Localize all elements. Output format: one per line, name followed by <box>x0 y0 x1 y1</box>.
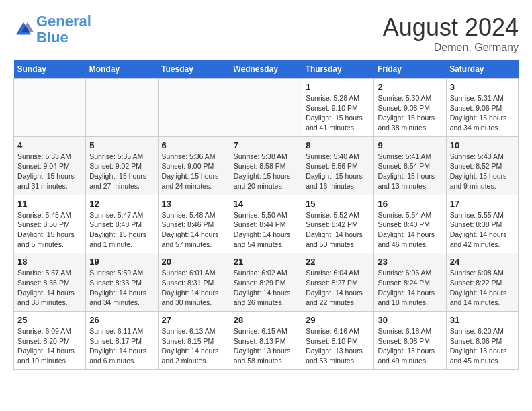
day-info: Sunrise: 5:36 AMSunset: 9:00 PMDaylight:… <box>162 152 226 191</box>
day-number: 15 <box>306 199 370 209</box>
weekday-header-thursday: Thursday <box>302 60 374 79</box>
day-number: 17 <box>450 199 515 209</box>
calendar-cell: 24Sunrise: 6:08 AMSunset: 8:22 PMDayligh… <box>446 253 518 312</box>
week-row-4: 18Sunrise: 5:57 AMSunset: 8:35 PMDayligh… <box>14 253 519 312</box>
weekday-header-sunday: Sunday <box>14 60 86 79</box>
calendar-cell: 16Sunrise: 5:54 AMSunset: 8:40 PMDayligh… <box>374 195 446 253</box>
day-number: 7 <box>234 140 298 150</box>
week-row-3: 11Sunrise: 5:45 AMSunset: 8:50 PMDayligh… <box>14 195 519 253</box>
day-info: Sunrise: 5:28 AMSunset: 9:10 PMDaylight:… <box>306 93 370 133</box>
day-number: 14 <box>234 199 298 209</box>
day-number: 19 <box>89 257 154 267</box>
day-info: Sunrise: 6:08 AMSunset: 8:22 PMDaylight:… <box>450 268 515 308</box>
day-number: 28 <box>234 315 298 325</box>
logo-line1: General <box>36 13 91 30</box>
day-number: 30 <box>378 315 442 325</box>
calendar-cell: 2Sunrise: 5:30 AMSunset: 9:08 PMDaylight… <box>374 79 446 137</box>
day-number: 3 <box>450 82 515 92</box>
page-header: General Blue August 2024 Demen, Germany <box>13 13 519 54</box>
month-title: August 2024 <box>383 13 519 42</box>
day-number: 1 <box>306 82 370 92</box>
calendar-cell: 14Sunrise: 5:50 AMSunset: 8:44 PMDayligh… <box>230 195 302 253</box>
day-info: Sunrise: 5:47 AMSunset: 8:48 PMDaylight:… <box>89 210 154 250</box>
day-number: 8 <box>306 140 370 150</box>
calendar-cell <box>14 79 86 137</box>
day-number: 16 <box>378 199 442 209</box>
day-number: 31 <box>450 315 515 325</box>
calendar-cell: 22Sunrise: 6:04 AMSunset: 8:27 PMDayligh… <box>302 253 374 312</box>
calendar-cell: 5Sunrise: 5:35 AMSunset: 9:02 PMDaylight… <box>86 136 158 195</box>
day-number: 27 <box>162 315 226 325</box>
day-number: 22 <box>306 257 370 267</box>
day-number: 9 <box>378 140 442 150</box>
day-info: Sunrise: 5:33 AMSunset: 9:04 PMDaylight:… <box>17 152 82 191</box>
day-info: Sunrise: 6:18 AMSunset: 8:08 PMDaylight:… <box>378 326 442 366</box>
day-info: Sunrise: 5:59 AMSunset: 8:33 PMDaylight:… <box>89 268 154 308</box>
day-info: Sunrise: 5:35 AMSunset: 9:02 PMDaylight:… <box>89 152 154 191</box>
calendar-cell: 13Sunrise: 5:48 AMSunset: 8:46 PMDayligh… <box>158 195 230 253</box>
day-info: Sunrise: 5:57 AMSunset: 8:35 PMDaylight:… <box>17 268 82 308</box>
day-info: Sunrise: 5:55 AMSunset: 8:38 PMDaylight:… <box>450 210 515 250</box>
week-row-5: 25Sunrise: 6:09 AMSunset: 8:20 PMDayligh… <box>14 312 519 370</box>
day-number: 24 <box>450 257 515 267</box>
day-number: 12 <box>89 199 154 209</box>
logo-text: General Blue <box>36 13 91 46</box>
day-number: 20 <box>162 257 226 267</box>
calendar-cell: 30Sunrise: 6:18 AMSunset: 8:08 PMDayligh… <box>374 312 446 370</box>
day-info: Sunrise: 6:13 AMSunset: 8:15 PMDaylight:… <box>162 326 226 366</box>
logo-icon <box>13 19 34 40</box>
calendar-cell: 20Sunrise: 6:01 AMSunset: 8:31 PMDayligh… <box>158 253 230 312</box>
calendar-cell: 12Sunrise: 5:47 AMSunset: 8:48 PMDayligh… <box>86 195 158 253</box>
calendar-cell: 11Sunrise: 5:45 AMSunset: 8:50 PMDayligh… <box>14 195 86 253</box>
day-info: Sunrise: 5:54 AMSunset: 8:40 PMDaylight:… <box>378 210 442 250</box>
day-number: 25 <box>17 315 82 325</box>
calendar-cell <box>230 79 302 137</box>
day-info: Sunrise: 5:45 AMSunset: 8:50 PMDaylight:… <box>17 210 82 250</box>
day-info: Sunrise: 6:16 AMSunset: 8:10 PMDaylight:… <box>306 326 370 366</box>
logo: General Blue <box>13 13 91 46</box>
day-number: 2 <box>378 82 442 92</box>
calendar-table: SundayMondayTuesdayWednesdayThursdayFrid… <box>13 60 519 370</box>
calendar-cell: 18Sunrise: 5:57 AMSunset: 8:35 PMDayligh… <box>14 253 86 312</box>
calendar-cell <box>158 79 230 137</box>
day-number: 26 <box>89 315 154 325</box>
day-info: Sunrise: 5:50 AMSunset: 8:44 PMDaylight:… <box>234 210 298 250</box>
day-number: 10 <box>450 140 515 150</box>
day-info: Sunrise: 6:01 AMSunset: 8:31 PMDaylight:… <box>162 268 226 308</box>
calendar-cell: 4Sunrise: 5:33 AMSunset: 9:04 PMDaylight… <box>14 136 86 195</box>
calendar-cell: 1Sunrise: 5:28 AMSunset: 9:10 PMDaylight… <box>302 79 374 137</box>
day-info: Sunrise: 6:09 AMSunset: 8:20 PMDaylight:… <box>17 326 82 366</box>
day-info: Sunrise: 6:15 AMSunset: 8:13 PMDaylight:… <box>234 326 298 366</box>
calendar-cell: 28Sunrise: 6:15 AMSunset: 8:13 PMDayligh… <box>230 312 302 370</box>
weekday-header-row: SundayMondayTuesdayWednesdayThursdayFrid… <box>14 60 519 79</box>
calendar-cell: 3Sunrise: 5:31 AMSunset: 9:06 PMDaylight… <box>446 79 518 137</box>
calendar-cell <box>86 79 158 137</box>
day-info: Sunrise: 6:11 AMSunset: 8:17 PMDaylight:… <box>89 326 154 366</box>
day-info: Sunrise: 5:40 AMSunset: 8:56 PMDaylight:… <box>306 152 370 191</box>
day-info: Sunrise: 6:06 AMSunset: 8:24 PMDaylight:… <box>378 268 442 308</box>
calendar-cell: 6Sunrise: 5:36 AMSunset: 9:00 PMDaylight… <box>158 136 230 195</box>
day-number: 21 <box>234 257 298 267</box>
day-info: Sunrise: 6:20 AMSunset: 8:06 PMDaylight:… <box>450 326 515 366</box>
calendar-cell: 9Sunrise: 5:41 AMSunset: 8:54 PMDaylight… <box>374 136 446 195</box>
calendar-cell: 26Sunrise: 6:11 AMSunset: 8:17 PMDayligh… <box>86 312 158 370</box>
calendar-body: 1Sunrise: 5:28 AMSunset: 9:10 PMDaylight… <box>14 79 519 370</box>
day-number: 23 <box>378 257 442 267</box>
day-info: Sunrise: 5:41 AMSunset: 8:54 PMDaylight:… <box>378 152 442 191</box>
calendar-cell: 8Sunrise: 5:40 AMSunset: 8:56 PMDaylight… <box>302 136 374 195</box>
calendar-cell: 7Sunrise: 5:38 AMSunset: 8:58 PMDaylight… <box>230 136 302 195</box>
logo-line2: Blue <box>36 29 69 46</box>
day-number: 13 <box>162 199 226 209</box>
week-row-2: 4Sunrise: 5:33 AMSunset: 9:04 PMDaylight… <box>14 136 519 195</box>
day-info: Sunrise: 6:04 AMSunset: 8:27 PMDaylight:… <box>306 268 370 308</box>
weekday-header-saturday: Saturday <box>446 60 518 79</box>
day-number: 5 <box>89 140 154 150</box>
day-number: 29 <box>306 315 370 325</box>
calendar-cell: 19Sunrise: 5:59 AMSunset: 8:33 PMDayligh… <box>86 253 158 312</box>
day-number: 6 <box>162 140 226 150</box>
calendar-cell: 29Sunrise: 6:16 AMSunset: 8:10 PMDayligh… <box>302 312 374 370</box>
title-block: August 2024 Demen, Germany <box>383 13 519 54</box>
weekday-header-friday: Friday <box>374 60 446 79</box>
day-info: Sunrise: 5:52 AMSunset: 8:42 PMDaylight:… <box>306 210 370 250</box>
weekday-header-monday: Monday <box>86 60 158 79</box>
